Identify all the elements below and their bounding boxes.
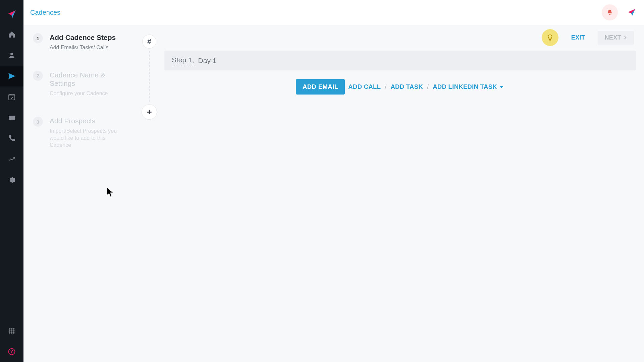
timeline-add-step[interactable]: + bbox=[142, 104, 157, 120]
add-call-button[interactable]: ADD CALL bbox=[347, 79, 382, 95]
nav-home[interactable] bbox=[0, 24, 23, 45]
next-button: NEXT bbox=[598, 31, 634, 45]
wizard-step-2[interactable]: 2 Cadence Name & Settings Configure your… bbox=[33, 71, 126, 97]
nav-prospects[interactable] bbox=[0, 45, 23, 66]
add-email-button[interactable]: ADD EMAIL bbox=[296, 79, 345, 95]
day-label: Day 1 bbox=[198, 57, 217, 65]
wizard-step-title: Add Prospects bbox=[50, 117, 126, 125]
svg-point-6 bbox=[9, 330, 10, 331]
svg-point-7 bbox=[11, 330, 12, 331]
svg-marker-0 bbox=[8, 10, 16, 18]
content-pane: EXIT NEXT Step 1, Day 1 ADD EMAIL ADD CA… bbox=[164, 25, 644, 362]
wizard-step-3[interactable]: 3 Add Prospects Import/Select Prospects … bbox=[33, 117, 126, 149]
bell-icon bbox=[606, 9, 613, 16]
svg-point-9 bbox=[9, 332, 10, 333]
step-action-row: ADD EMAIL ADD CALL / ADD TASK / ADD LINK… bbox=[164, 79, 636, 95]
brand-icon-small[interactable] bbox=[627, 8, 636, 17]
wizard-steps: 1 Add Cadence Steps Add Emails/ Tasks/ C… bbox=[23, 25, 134, 362]
svg-point-8 bbox=[13, 330, 14, 331]
page-action-row: EXIT NEXT bbox=[164, 29, 636, 46]
wizard-step-1[interactable]: 1 Add Cadence Steps Add Emails/ Tasks/ C… bbox=[33, 33, 126, 51]
nav-cadences[interactable] bbox=[0, 66, 23, 86]
nav-dialpad[interactable] bbox=[0, 320, 23, 341]
timeline: # + bbox=[134, 25, 164, 362]
lightbulb-icon bbox=[546, 34, 554, 41]
wizard-step-title: Cadence Name & Settings bbox=[50, 71, 126, 87]
notifications-button[interactable] bbox=[602, 4, 618, 20]
svg-point-10 bbox=[11, 332, 12, 333]
timeline-step-node[interactable]: # bbox=[142, 35, 156, 49]
timeline-connector bbox=[149, 51, 150, 102]
wizard-step-subtitle: Configure your Cadence bbox=[50, 90, 126, 97]
separator: / bbox=[384, 83, 387, 90]
paper-plane-icon bbox=[7, 9, 16, 19]
wizard-step-title: Add Cadence Steps bbox=[50, 33, 116, 42]
svg-point-3 bbox=[9, 328, 10, 329]
brand-logo[interactable] bbox=[0, 4, 23, 24]
nav-settings[interactable] bbox=[0, 170, 23, 190]
exit-button[interactable]: EXIT bbox=[565, 31, 591, 45]
nav-calendar[interactable] bbox=[0, 86, 23, 107]
wizard-step-subtitle: Import/Select Prospects you would like t… bbox=[50, 128, 126, 148]
wizard-step-number: 2 bbox=[33, 71, 43, 81]
nav-mail[interactable] bbox=[0, 107, 23, 128]
svg-point-11 bbox=[13, 332, 14, 333]
nav-calls[interactable] bbox=[0, 128, 23, 149]
wizard-step-subtitle: Add Emails/ Tasks/ Calls bbox=[50, 44, 116, 51]
wizard-step-number: 1 bbox=[33, 33, 43, 43]
main-area: 1 Add Cadence Steps Add Emails/ Tasks/ C… bbox=[23, 25, 644, 362]
next-button-label: NEXT bbox=[604, 34, 621, 41]
separator: / bbox=[426, 83, 429, 90]
svg-point-4 bbox=[11, 328, 12, 329]
topbar: Cadences bbox=[23, 0, 644, 25]
svg-marker-14 bbox=[628, 9, 635, 16]
chevron-right-icon bbox=[623, 36, 627, 40]
step-label[interactable]: Step 1, bbox=[172, 56, 194, 65]
svg-rect-2 bbox=[9, 95, 15, 100]
breadcrumb-cadences[interactable]: Cadences bbox=[30, 9, 60, 16]
add-linkedin-task-dropdown[interactable]: ADD LINKEDIN TASK bbox=[431, 79, 504, 95]
svg-point-5 bbox=[13, 328, 14, 329]
step-day-bar: Step 1, Day 1 bbox=[164, 51, 636, 70]
nav-analytics[interactable] bbox=[0, 149, 23, 170]
left-nav-rail: ? bbox=[0, 0, 23, 362]
wizard-step-number: 3 bbox=[33, 117, 43, 127]
svg-text:?: ? bbox=[10, 349, 13, 354]
tips-button[interactable] bbox=[542, 29, 558, 46]
add-task-button[interactable]: ADD TASK bbox=[389, 79, 424, 95]
nav-help[interactable]: ? bbox=[0, 341, 23, 362]
